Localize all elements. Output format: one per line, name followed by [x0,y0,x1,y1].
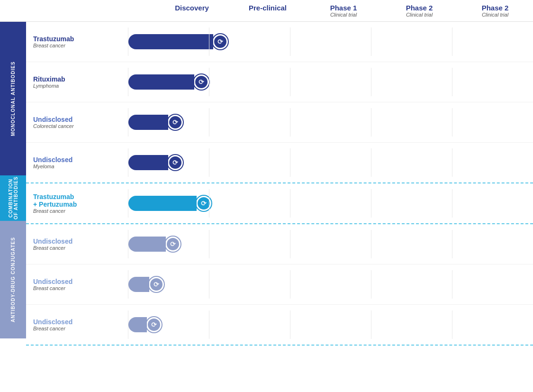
refresh-icon-combination-0: ⟳ [201,200,207,207]
molecule-cell-adc-0: UndisclosedBreast cancer [26,237,128,251]
molecule-indication-monoclonal-1: Lymphoma [33,83,128,89]
stage-cols-combination-0: ⟳ [128,189,533,218]
molecule-name-monoclonal-1: Rituximab [33,75,128,83]
bar-wrapper-monoclonal-3: ⟳ [128,155,183,170]
bar-end-adc-2: ⟳ [146,317,162,332]
stage-cell-combination-0-3 [371,189,452,218]
bar-combination-0 [128,196,197,211]
stage-title-0: Discovery [175,4,209,12]
stage-cols-monoclonal-1: ⟳ [128,68,533,96]
bar-wrapper-adc-1: ⟳ [128,277,164,292]
stage-title-4: Phase 2 [482,4,509,12]
stage-cell-monoclonal-0-1 [209,27,290,56]
stage-subtitle-2: Clinical trial [330,12,357,18]
stage-cell-adc-0-4 [452,230,533,258]
header-row: Discovery Pre-clinical Phase 1 Clinical … [0,0,533,22]
bar-adc-2 [128,317,147,332]
stage-cell-adc-2-3 [371,310,452,339]
stage-cell-adc-2-0: ⟳ [128,310,209,339]
main-content: MONOCLONAL ANTIBODIESCOMBINATION OF ANTI… [0,22,533,392]
stage-cell-adc-1-3 [371,270,452,299]
molecule-indication-adc-0: Breast cancer [33,245,128,251]
stage-cell-monoclonal-3-1 [209,148,290,177]
stage-cell-combination-0-4 [452,189,533,218]
molecule-cell-combination-0: Trastuzumab+ PertuzumabBreast cancer [26,193,128,214]
category-label-adc: ANTIBODY-DRUG CONJUGATES [0,221,26,338]
stage-cell-monoclonal-1-1 [209,68,290,96]
stage-cell-combination-0-1 [209,189,290,218]
bar-end-monoclonal-3: ⟳ [168,155,183,170]
bar-wrapper-monoclonal-1: ⟳ [128,74,209,90]
stage-cell-adc-1-0: ⟳ [128,270,209,299]
drug-row-monoclonal-2: UndisclosedColorectal cancer⟳ [26,102,533,143]
section-adc: UndisclosedBreast cancer⟳UndisclosedBrea… [26,224,533,346]
stage-cell-monoclonal-3-0: ⟳ [128,148,209,177]
drug-row-adc-0: UndisclosedBreast cancer⟳ [26,224,533,264]
stage-cell-adc-0-3 [371,230,452,258]
stage-cell-adc-1-4 [452,270,533,299]
bar-adc-0 [128,237,166,252]
stage-cell-adc-2-4 [452,310,533,339]
stage-cell-adc-0-2 [290,230,371,258]
stage-cell-monoclonal-1-2 [290,68,371,96]
stage-cols-monoclonal-3: ⟳ [128,148,533,177]
molecule-name-monoclonal-2: Undisclosed [33,116,128,123]
stage-title-3: Phase 2 [406,4,433,12]
bar-wrapper-adc-0: ⟳ [128,237,181,252]
stage-header-4: Phase 2 Clinical trial [457,4,533,18]
stage-cell-monoclonal-3-2 [290,148,371,177]
stage-subtitle-3: Clinical trial [406,12,433,18]
stage-cols-monoclonal-0: ⟳ [128,27,533,56]
stage-cell-adc-1-1 [209,270,290,299]
stage-header-3: Phase 2 Clinical trial [381,4,457,18]
bar-wrapper-adc-2: ⟳ [128,317,162,332]
molecule-name-adc-1: Undisclosed [33,278,128,285]
bar-end-monoclonal-2: ⟳ [168,115,183,130]
category-label-monoclonal: MONOCLONAL ANTIBODIES [0,22,26,175]
stage-cell-monoclonal-0-0: ⟳ [128,27,209,56]
molecule-indication-combination-0: Breast cancer [33,208,128,214]
drug-row-monoclonal-0: TrastuzumabBreast cancer⟳ [26,22,533,62]
molecule-indication-monoclonal-2: Colorectal cancer [33,123,128,129]
stage-cell-monoclonal-2-4 [452,108,533,137]
molecule-header [26,4,154,18]
molecule-cell-adc-2: UndisclosedBreast cancer [26,318,128,331]
molecule-name-combination-0: Trastuzumab [33,193,128,201]
data-grid: TrastuzumabBreast cancer⟳RituximabLympho… [26,22,533,392]
bar-monoclonal-0 [128,34,213,49]
molecule-cell-monoclonal-2: UndisclosedColorectal cancer [26,116,128,129]
bar-end-adc-0: ⟳ [165,237,181,252]
molecule-indication-monoclonal-0: Breast cancer [33,43,128,48]
molecule-name-monoclonal-0: Trastuzumab [33,35,128,43]
pipeline-container: Discovery Pre-clinical Phase 1 Clinical … [0,0,533,392]
stage-cell-monoclonal-0-2 [290,27,371,56]
stage-cell-adc-0-0: ⟳ [128,230,209,258]
category-label-combination: COMBINATION OF ANTIBODIES [0,175,26,221]
stage-cell-monoclonal-2-2 [290,108,371,137]
stage-subtitle-4: Clinical trial [482,12,508,18]
stage-cols-adc-2: ⟳ [128,310,533,339]
stage-cell-monoclonal-3-4 [452,148,533,177]
bar-wrapper-combination-0: ⟳ [128,196,211,211]
drug-row-combination-0: Trastuzumab+ PertuzumabBreast cancer⟳ [26,183,533,223]
bar-wrapper-monoclonal-2: ⟳ [128,115,183,130]
bar-adc-1 [128,277,149,292]
stage-cols-monoclonal-2: ⟳ [128,108,533,137]
stage-cell-monoclonal-1-0: ⟳ [128,68,209,96]
refresh-icon-adc-2: ⟳ [151,321,157,328]
stage-cell-adc-1-2 [290,270,371,299]
molecule-indication-monoclonal-3: Myeloma [33,164,128,169]
drug-row-monoclonal-1: RituximabLymphoma⟳ [26,62,533,102]
molecule-name-monoclonal-3: Undisclosed [33,156,128,164]
bar-monoclonal-3 [128,155,168,170]
molecule-name-combination-0: + Pertuzumab [33,201,128,208]
bar-end-monoclonal-1: ⟳ [194,74,209,90]
molecule-name-adc-0: Undisclosed [33,237,128,245]
stage-cell-adc-0-1 [209,230,290,258]
molecule-indication-adc-1: Breast cancer [33,285,128,291]
refresh-icon-monoclonal-2: ⟳ [172,119,178,126]
stage-cell-adc-2-1 [209,310,290,339]
stage-cell-monoclonal-0-3 [371,27,452,56]
section-monoclonal: TrastuzumabBreast cancer⟳RituximabLympho… [26,22,533,183]
stage-cell-adc-2-2 [290,310,371,339]
